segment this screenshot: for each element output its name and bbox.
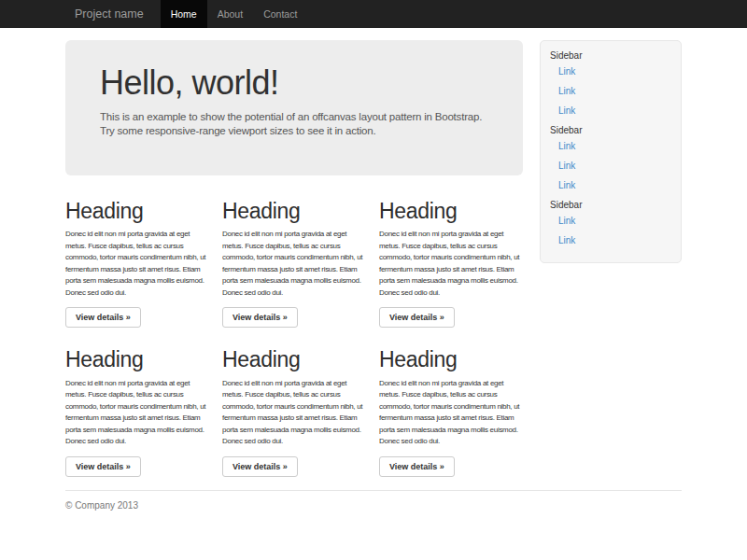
navbar-container: Project name HomeAboutContact — [65, 0, 682, 28]
sidebar: SidebarLinkLinkLinkSidebarLinkLinkLinkSi… — [540, 40, 682, 263]
nav-item-home[interactable]: Home — [161, 0, 207, 28]
sidebar-group-title: Sidebar — [550, 200, 671, 210]
card-heading: Heading — [379, 200, 521, 223]
cards-row-2: HeadingDonec id elit non mi porta gravid… — [65, 348, 523, 476]
nav-item-contact[interactable]: Contact — [253, 0, 307, 28]
sidebar-link[interactable]: Link — [550, 102, 671, 121]
content-card: HeadingDonec id elit non mi porta gravid… — [379, 348, 521, 476]
content-card: HeadingDonec id elit non mi porta gravid… — [222, 348, 364, 476]
content-card: HeadingDonec id elit non mi porta gravid… — [379, 200, 521, 328]
jumbotron: Hello, world! This is an example to show… — [65, 40, 523, 175]
card-body: Donec id elit non mi porta gravida at eg… — [65, 229, 207, 299]
card-body: Donec id elit non mi porta gravida at eg… — [65, 378, 207, 448]
jumbotron-title: Hello, world! — [100, 65, 488, 101]
view-details-button[interactable]: View details » — [379, 307, 455, 328]
navbar-menu: HomeAboutContact — [161, 0, 308, 28]
card-heading: Heading — [222, 200, 364, 223]
sidebar-link[interactable]: Link — [550, 212, 671, 231]
footer: © Company 2013 — [65, 490, 682, 511]
content-card: HeadingDonec id elit non mi porta gravid… — [65, 200, 207, 328]
card-body: Donec id elit non mi porta gravida at eg… — [379, 378, 521, 448]
sidebar-link[interactable]: Link — [550, 82, 671, 102]
view-details-button[interactable]: View details » — [222, 307, 298, 328]
view-details-button[interactable]: View details » — [65, 307, 141, 328]
content-card: HeadingDonec id elit non mi porta gravid… — [222, 200, 364, 328]
navbar: Project name HomeAboutContact — [0, 0, 747, 28]
card-heading: Heading — [222, 348, 364, 371]
card-body: Donec id elit non mi porta gravida at eg… — [222, 378, 364, 448]
view-details-button[interactable]: View details » — [65, 456, 141, 477]
card-body: Donec id elit non mi porta gravida at eg… — [379, 229, 521, 299]
card-heading: Heading — [379, 348, 521, 371]
sidebar-group-title: Sidebar — [550, 50, 671, 61]
copyright-text: © Company 2013 — [65, 500, 682, 511]
footer-divider — [65, 490, 682, 491]
card-body: Donec id elit non mi porta gravida at eg… — [222, 229, 364, 299]
page-container: Hello, world! This is an example to show… — [65, 40, 682, 511]
card-heading: Heading — [65, 200, 207, 223]
sidebar-link[interactable]: Link — [550, 157, 671, 176]
sidebar-group: SidebarLinkLink — [550, 200, 671, 251]
card-heading: Heading — [65, 348, 207, 371]
view-details-button[interactable]: View details » — [222, 456, 298, 477]
sidebar-link[interactable]: Link — [550, 137, 671, 157]
content-row: Hello, world! This is an example to show… — [65, 40, 682, 477]
content-card: HeadingDonec id elit non mi porta gravid… — [65, 348, 207, 476]
sidebar-link[interactable]: Link — [550, 231, 671, 251]
sidebar-link[interactable]: Link — [550, 63, 671, 82]
view-details-button[interactable]: View details » — [379, 456, 455, 477]
cards-row-1: HeadingDonec id elit non mi porta gravid… — [65, 200, 523, 328]
nav-item-about[interactable]: About — [207, 0, 253, 28]
sidebar-group-title: Sidebar — [550, 125, 671, 135]
main-content: Hello, world! This is an example to show… — [65, 40, 523, 477]
jumbotron-description: This is an example to show the potential… — [100, 110, 488, 138]
sidebar-group: SidebarLinkLinkLink — [550, 125, 671, 196]
sidebar-link[interactable]: Link — [550, 176, 671, 196]
sidebar-group: SidebarLinkLinkLink — [550, 50, 671, 121]
navbar-brand[interactable]: Project name — [65, 0, 153, 28]
